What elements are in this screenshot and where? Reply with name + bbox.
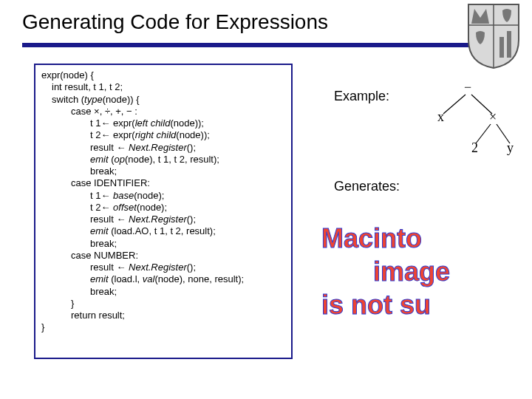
tree-node-rr: y (507, 140, 514, 156)
watermark-text: Macinto image is not su (321, 222, 532, 321)
code-line: case ×, ÷, +, − : (41, 106, 285, 117)
code-line: return result; (41, 310, 285, 321)
code-line: result ← Next.Register(); (41, 142, 285, 154)
code-line: expr(node) { (41, 69, 285, 81)
t: (); (187, 262, 196, 273)
svg-rect-3 (507, 31, 511, 58)
code-line: emit (load.AO, t 1, t 2, result); (41, 225, 285, 237)
code-line: emit (op(node), t 1, t 2, result); (41, 154, 285, 166)
t: (node)); (176, 129, 210, 140)
t: (node)) { (103, 94, 140, 105)
t: (); (187, 142, 196, 153)
t: op (115, 154, 125, 165)
t: (load.l, (109, 273, 143, 284)
t: switch ( (52, 94, 84, 105)
example-label: Example: (334, 89, 389, 104)
code-line: result ← Next.Register(); (41, 214, 285, 225)
t: emit (90, 154, 109, 165)
code-line: break; (41, 238, 285, 250)
t: is not su (321, 290, 431, 320)
t: Next.Register (129, 214, 187, 225)
code-line: break; (41, 166, 285, 177)
svg-line-4 (443, 95, 466, 114)
tree-node-left: x (437, 109, 444, 125)
t: base (113, 190, 134, 201)
code-line: } (41, 298, 285, 310)
code-line: t 2← offset(node); (41, 202, 285, 214)
t: (node)); (170, 117, 204, 129)
slide: Generating Code for Expressions expr(nod… (0, 0, 532, 399)
code-line: int result, t 1, t 2; (41, 81, 285, 93)
code-line: result ← Next.Register(); (41, 262, 285, 273)
code-box: expr(node) { int result, t 1, t 2; switc… (34, 64, 293, 359)
tree-node-right: × (489, 109, 497, 125)
expression-tree: − x × 2 y (414, 81, 517, 163)
t: (node); (137, 202, 167, 213)
slide-title: Generating Code for Expressions (22, 10, 328, 34)
code-line: break; (41, 286, 285, 298)
t: image (321, 256, 450, 287)
t: type (84, 94, 103, 105)
crest-icon (467, 3, 520, 69)
code-line: emit (load.l, val(node), none, result); (41, 273, 285, 285)
code-line: } (41, 321, 285, 333)
generates-label: Generates: (334, 179, 400, 194)
t: val (143, 273, 155, 284)
t: left child (135, 117, 171, 129)
t: t 1← (90, 190, 113, 201)
code-line: switch (type(node)) { (41, 94, 285, 106)
t: Macinto (321, 223, 422, 253)
code-line: case NUMBER: (41, 250, 285, 262)
t: t 2← (90, 202, 113, 213)
t: result ← (90, 142, 129, 153)
t: emit (90, 225, 109, 236)
t: Next.Register (129, 142, 187, 153)
code-line: case IDENTIFIER: (41, 177, 285, 189)
t: (load.AO, t 1, t 2, result); (109, 225, 216, 236)
t: emit (90, 273, 109, 284)
svg-rect-2 (499, 37, 504, 58)
t: offset (113, 202, 137, 213)
t: (node), t 1, t 2, result); (125, 154, 219, 165)
t: t 2← expr( (90, 129, 135, 140)
t: (node), none, result); (154, 273, 244, 284)
t: result ← (90, 214, 129, 225)
code-line: t 1← expr(left child(node)); (41, 117, 285, 129)
code-line: t 2← expr(right child(node)); (41, 129, 285, 141)
t: (node); (134, 190, 164, 201)
t: (); (187, 214, 196, 225)
t: Next.Register (129, 262, 187, 273)
t: t 1← expr( (90, 117, 135, 129)
title-rule (22, 43, 510, 47)
t: ( (109, 154, 115, 165)
svg-line-6 (476, 124, 491, 143)
code-line: t 1← base(node); (41, 190, 285, 202)
t: result ← (90, 262, 129, 273)
tree-node-root: − (464, 80, 471, 95)
tree-node-rl: 2 (471, 140, 478, 156)
t: right child (135, 129, 177, 140)
